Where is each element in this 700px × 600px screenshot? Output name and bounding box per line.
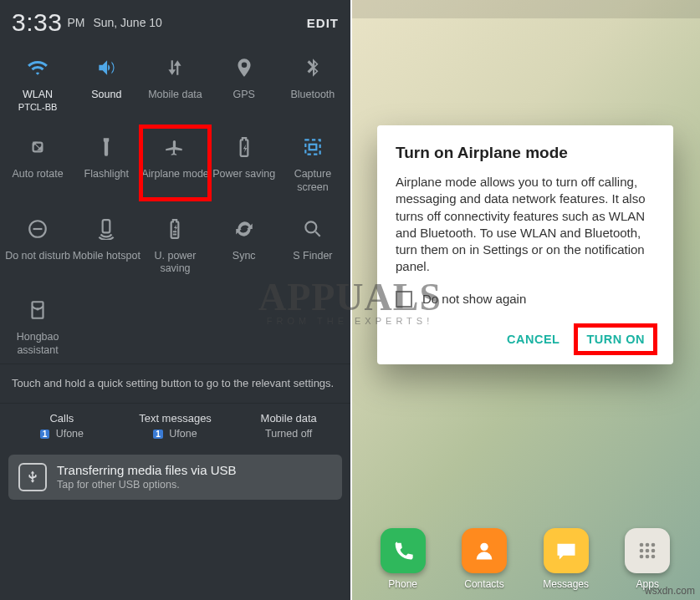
calls-carrier: Ufone <box>56 428 84 440</box>
texts-carrier: Ufone <box>169 428 197 440</box>
tile-label: Auto rotate <box>13 168 64 181</box>
homescreen: Turn on Airplane mode Airplane mode allo… <box>350 0 700 600</box>
usb-title: Transferring media files via USB <box>57 463 237 477</box>
powersaving-tile[interactable]: Power saving <box>210 126 278 199</box>
bluetooth-icon <box>297 52 329 84</box>
summary-mdata-status: Turned off <box>232 428 345 440</box>
tile-label: Do not disturb <box>5 250 70 263</box>
svg-rect-2 <box>309 145 317 150</box>
wlan-tile[interactable]: WLANPTCL-BB <box>3 47 72 118</box>
capture-tile[interactable]: Capture screen <box>278 126 347 199</box>
svg-point-18 <box>646 555 650 559</box>
contacts-icon <box>462 528 507 573</box>
do-not-show-checkbox[interactable] <box>396 291 412 308</box>
tile-label: Bluetooth <box>290 89 335 102</box>
messages-icon <box>544 528 589 573</box>
messages-app[interactable]: Messages <box>543 528 589 590</box>
turn-on-button[interactable]: TURN ON <box>576 326 655 353</box>
airplane-dialog: Turn on Airplane mode Airplane mode allo… <box>377 125 673 364</box>
tile-label: Airplane mode <box>141 168 209 181</box>
gps-icon <box>228 52 260 84</box>
gps-tile[interactable]: GPS <box>210 47 278 118</box>
dialog-body: Airplane mode allows you to turn off cal… <box>396 174 655 276</box>
mobile-data-icon <box>159 52 191 84</box>
svg-rect-5 <box>33 228 43 230</box>
sfinder-tile[interactable]: S Finder <box>278 208 347 281</box>
svg-point-14 <box>640 549 644 553</box>
status-bar-right <box>350 0 700 18</box>
wifi-icon <box>22 52 54 84</box>
ubattery-icon <box>159 213 191 245</box>
svg-point-12 <box>646 543 650 547</box>
sound-tile[interactable]: Sound <box>72 47 141 118</box>
settings-hint: Touch and hold a quick setting button to… <box>0 364 350 403</box>
svg-point-15 <box>646 549 650 553</box>
tile-label: Sound <box>91 89 121 102</box>
autorotate-tile[interactable]: Auto rotate <box>3 126 72 199</box>
tile-label: Hongbao assistant <box>3 331 72 357</box>
summary-texts[interactable]: Text messages 1 Ufone <box>119 412 232 440</box>
phone-app[interactable]: Phone <box>381 528 426 590</box>
dnd-tile[interactable]: Do not disturb <box>3 208 72 281</box>
edit-button[interactable]: EDIT <box>307 16 339 30</box>
tile-label: Capture screen <box>278 168 347 194</box>
svg-point-11 <box>640 543 644 547</box>
tile-label: Sync <box>232 250 256 263</box>
svg-point-17 <box>640 555 644 559</box>
battery-icon <box>228 131 260 163</box>
calls-badge: 1 <box>40 430 50 439</box>
contacts-app[interactable]: Contacts <box>462 528 507 590</box>
app-label: Messages <box>543 578 589 590</box>
app-label: Contacts <box>464 578 503 590</box>
mobiledata-tile[interactable]: Mobile data <box>141 47 209 118</box>
svg-point-9 <box>36 308 38 310</box>
dock: PhoneContactsMessagesApps <box>350 528 700 590</box>
tile-label: Mobile hotspot <box>73 250 141 263</box>
airplane-tile[interactable]: Airplane mode <box>141 126 209 199</box>
bluetooth-tile[interactable]: Bluetooth <box>278 47 347 118</box>
summary-calls-title: Calls <box>5 412 119 425</box>
usb-sub: Tap for other USB options. <box>57 479 237 491</box>
app-label: Phone <box>388 578 417 590</box>
texts-badge: 1 <box>153 430 163 439</box>
flashlight-tile[interactable]: Flashlight <box>72 126 141 199</box>
svg-point-10 <box>480 543 488 551</box>
svg-point-19 <box>651 555 656 559</box>
dnd-icon <box>22 213 54 245</box>
hongbao-icon <box>22 294 54 326</box>
apps-app[interactable]: Apps <box>625 528 670 590</box>
tile-label: GPS <box>232 89 254 102</box>
dialog-title: Turn on Airplane mode <box>396 144 655 162</box>
svg-point-7 <box>305 221 316 232</box>
tile-label: S Finder <box>293 250 332 263</box>
quick-settings-panel: 3:33 PM Sun, June 10 EDIT WLANPTCL-BBSou… <box>0 0 350 600</box>
clock-ampm: PM <box>67 16 84 29</box>
hotspot-tile[interactable]: Mobile hotspot <box>72 208 141 281</box>
summary-calls[interactable]: Calls 1 Ufone <box>5 412 119 440</box>
summary-texts-title: Text messages <box>119 412 232 425</box>
hongbao-tile[interactable]: Hongbao assistant <box>3 289 72 362</box>
hotspot-icon <box>90 213 122 245</box>
svg-rect-1 <box>305 140 319 155</box>
tile-label: Mobile data <box>148 89 202 102</box>
svg-point-16 <box>651 549 656 553</box>
clock-date: Sun, June 10 <box>93 16 162 29</box>
tile-label: WLAN <box>23 89 53 102</box>
flashlight-icon <box>90 131 122 163</box>
tile-label: U. power saving <box>141 250 209 276</box>
status-bar: 3:33 PM Sun, June 10 EDIT <box>0 0 350 42</box>
airplane-icon <box>159 131 191 163</box>
svg-point-13 <box>651 543 656 547</box>
tile-label: Power saving <box>212 168 275 181</box>
upowersaving-tile[interactable]: U. power saving <box>141 208 209 281</box>
rotate-icon <box>22 131 54 163</box>
cancel-button[interactable]: CANCEL <box>498 326 568 353</box>
search-icon <box>297 213 329 245</box>
sync-tile[interactable]: Sync <box>210 208 278 281</box>
sync-icon <box>228 213 260 245</box>
usb-icon <box>18 463 47 491</box>
usb-notification[interactable]: Transferring media files via USB Tap for… <box>8 455 342 500</box>
svg-rect-6 <box>103 220 110 232</box>
do-not-show-label: Do not show again <box>422 292 526 306</box>
summary-mobiledata[interactable]: Mobile data Turned off <box>232 412 345 440</box>
